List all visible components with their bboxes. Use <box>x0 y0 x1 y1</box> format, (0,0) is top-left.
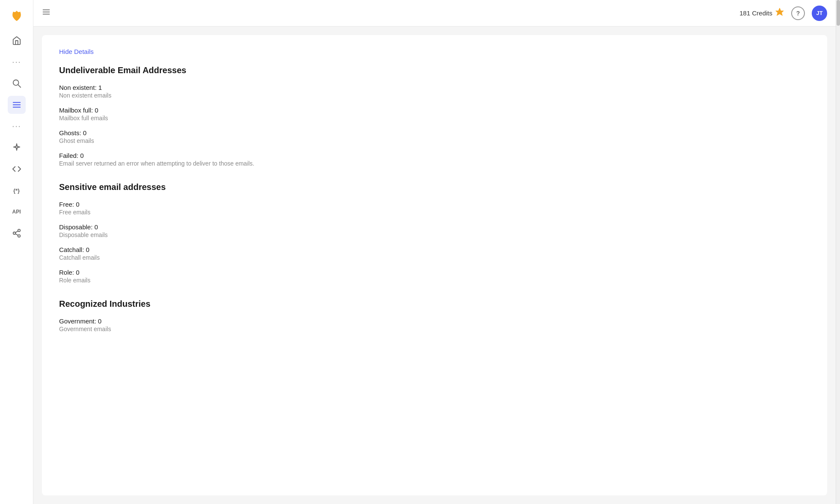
stat-non-existent-desc: Non existent emails <box>59 92 810 99</box>
top-header: 181 Credits ? JT <box>33 0 836 27</box>
credits-badge[interactable]: 181 Credits <box>739 7 784 19</box>
header-left <box>42 8 51 18</box>
sidebar: ··· ··· {*} API <box>0 0 33 504</box>
scrollbar-thumb[interactable] <box>837 0 840 26</box>
stat-catchall-desc: Catchall emails <box>59 254 810 261</box>
stat-role-label: Role: 0 <box>59 269 810 276</box>
stat-free-desc: Free emails <box>59 209 810 216</box>
credits-star-icon <box>775 7 784 19</box>
sensitive-section: Sensitive email addresses Free: 0 Free e… <box>59 182 810 284</box>
stat-failed: Failed: 0 Email server returned an error… <box>59 152 810 167</box>
stat-catchall: Catchall: 0 Catchall emails <box>59 246 810 261</box>
menu-icon[interactable] <box>42 8 51 18</box>
sidebar-item-webhook[interactable] <box>8 224 26 242</box>
industries-section: Recognized Industries Government: 0 Gove… <box>59 299 810 332</box>
sidebar-item-list[interactable] <box>8 96 26 114</box>
stat-non-existent-label: Non existent: 1 <box>59 84 810 91</box>
stat-mailbox-full-label: Mailbox full: 0 <box>59 107 810 114</box>
stat-disposable-label: Disposable: 0 <box>59 223 810 231</box>
logo[interactable] <box>8 7 26 25</box>
credits-label: 181 Credits <box>739 9 772 17</box>
stat-government-label: Government: 0 <box>59 317 810 325</box>
sidebar-item-api[interactable]: API <box>8 203 26 221</box>
stat-disposable: Disposable: 0 Disposable emails <box>59 223 810 238</box>
content-area: Hide Details Undeliverable Email Address… <box>33 27 836 504</box>
stat-disposable-desc: Disposable emails <box>59 231 810 238</box>
sidebar-item-home[interactable] <box>8 32 26 50</box>
stat-catchall-label: Catchall: 0 <box>59 246 810 253</box>
stat-failed-desc: Email server returned an error when atte… <box>59 160 810 167</box>
stat-non-existent: Non existent: 1 Non existent emails <box>59 84 810 99</box>
sidebar-item-regex[interactable]: {*} <box>8 181 26 199</box>
stat-role: Role: 0 Role emails <box>59 269 810 284</box>
help-label: ? <box>796 10 800 17</box>
svg-line-9 <box>15 231 18 233</box>
sidebar-item-more1[interactable]: ··· <box>8 53 26 71</box>
stat-government: Government: 0 Government emails <box>59 317 810 332</box>
sidebar-item-code[interactable] <box>8 160 26 178</box>
stat-government-desc: Government emails <box>59 326 810 332</box>
svg-line-1 <box>18 85 21 87</box>
undeliverable-section-title: Undeliverable Email Addresses <box>59 65 810 75</box>
stat-failed-label: Failed: 0 <box>59 152 810 159</box>
stat-ghosts-label: Ghosts: 0 <box>59 129 810 136</box>
stat-free: Free: 0 Free emails <box>59 201 810 216</box>
sidebar-item-more2[interactable]: ··· <box>8 117 26 135</box>
main-area: 181 Credits ? JT Hide Details Undelivera… <box>33 0 836 504</box>
avatar-initials: JT <box>816 10 822 16</box>
stat-ghosts: Ghosts: 0 Ghost emails <box>59 129 810 144</box>
svg-line-8 <box>15 234 18 235</box>
undeliverable-section: Undeliverable Email Addresses Non existe… <box>59 65 810 167</box>
stat-role-desc: Role emails <box>59 277 810 284</box>
stat-free-label: Free: 0 <box>59 201 810 208</box>
sensitive-section-title: Sensitive email addresses <box>59 182 810 192</box>
avatar[interactable]: JT <box>812 6 827 21</box>
stat-ghosts-desc: Ghost emails <box>59 137 810 144</box>
help-icon[interactable]: ? <box>791 6 805 20</box>
sidebar-item-search[interactable] <box>8 74 26 92</box>
stat-mailbox-full: Mailbox full: 0 Mailbox full emails <box>59 107 810 122</box>
stat-mailbox-full-desc: Mailbox full emails <box>59 115 810 122</box>
industries-section-title: Recognized Industries <box>59 299 810 309</box>
header-right: 181 Credits ? JT <box>739 6 827 21</box>
hide-details-link[interactable]: Hide Details <box>59 48 94 55</box>
scrollbar[interactable] <box>836 0 840 504</box>
content-card: Hide Details Undeliverable Email Address… <box>42 35 827 495</box>
sidebar-item-sparkle[interactable] <box>8 139 26 157</box>
